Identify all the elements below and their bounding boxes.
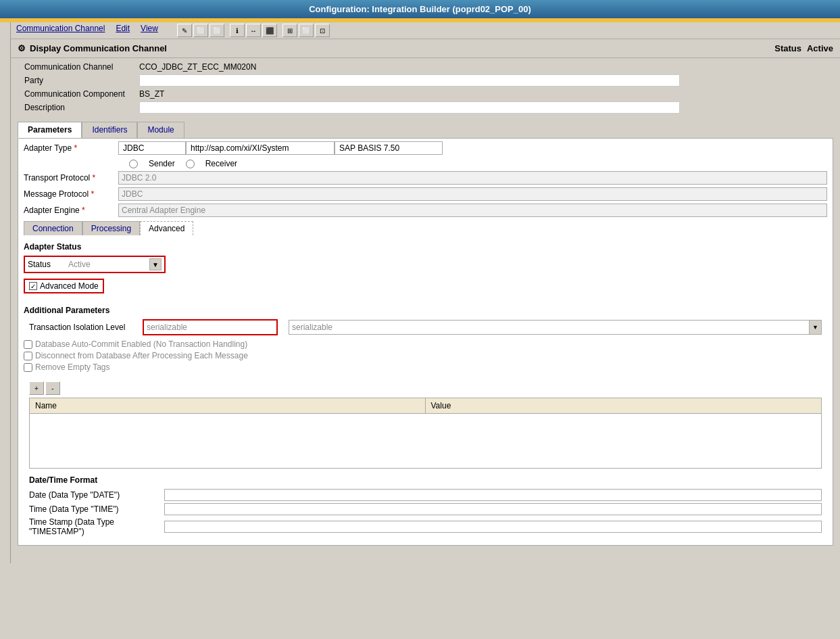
toolbar-btn-2[interactable]: ⬜	[193, 24, 208, 37]
disconnect-row: Disconnect from Database After Processin…	[24, 351, 827, 360]
transport-protocol-label: Transport Protocol *	[24, 173, 118, 183]
main-tabs: Parameters Identifiers Module	[11, 118, 840, 138]
transaction-isolation-label: Transaction Isolation Level	[29, 323, 137, 332]
tab-module[interactable]: Module	[137, 122, 184, 138]
transaction-isolation-dropdown[interactable]: ▼	[809, 321, 821, 334]
sender-label: Sender	[149, 159, 175, 168]
message-protocol-input: JDBC	[118, 187, 827, 201]
additional-params-section: Additional Parameters Transaction Isolat…	[24, 306, 827, 372]
toolbar-btn-9[interactable]: ⊡	[315, 24, 330, 37]
section-title: Display Communication Channel	[30, 43, 167, 53]
transaction-isolation-select-input[interactable]: serializable	[289, 321, 809, 334]
sender-radio[interactable]	[129, 160, 138, 168]
adapter-type-fields: JDBC http://sap.com/xi/XI/System SAP BAS…	[118, 141, 827, 155]
transaction-isolation-input[interactable]: serializable	[144, 321, 276, 334]
menu-view[interactable]: View	[141, 24, 158, 37]
adapter-engine-input: Central Adapter Engine	[118, 204, 827, 217]
receiver-radio[interactable]	[186, 160, 195, 168]
advanced-mode-checkbox[interactable]: ✓	[29, 282, 37, 290]
time-row: Time (Data Type "TIME")	[29, 503, 822, 515]
sub-tabs: Connection Processing Advanced	[18, 218, 833, 235]
disconnect-checkbox[interactable]	[24, 352, 32, 360]
adapter-type-value: JDBC	[118, 141, 186, 155]
table-add-btn[interactable]: +	[29, 381, 44, 395]
transaction-isolation-row: Transaction Isolation Level serializable…	[24, 319, 827, 335]
adapter-type-ns: http://sap.com/xi/XI/System	[186, 141, 335, 155]
section-icon: ⚙	[18, 43, 26, 53]
disconnect-label: Disconnect from Database After Processin…	[35, 351, 248, 360]
description-row: Description	[18, 100, 833, 115]
status-dropdown-btn[interactable]: ▼	[149, 258, 162, 270]
toolbar-btn-4[interactable]: ℹ	[230, 24, 245, 37]
toolbar-btn-1[interactable]: ✎	[177, 24, 192, 37]
timestamp-label: Time Stamp (Data Type "TIMESTAMP")	[29, 517, 164, 536]
message-protocol-label: Message Protocol *	[24, 189, 118, 199]
channel-value: CCO_JDBC_ZT_ECC_MM020N	[139, 62, 256, 72]
transport-protocol-input: JDBC 2.0	[118, 171, 827, 185]
date-label: Date (Data Type "DATE")	[29, 490, 164, 500]
adapter-status-section: Adapter Status Status Active ▼ ✓ Advance…	[24, 242, 827, 299]
window-title: Configuration: Integration Builder (popr…	[309, 4, 531, 14]
toolbar-btn-6[interactable]: ⬛	[262, 24, 277, 37]
sub-tab-processing[interactable]: Processing	[82, 221, 140, 235]
component-row: Communication Component BS_ZT	[18, 88, 833, 100]
content-panel: Adapter Type * JDBC http://sap.com/xi/XI…	[18, 138, 833, 546]
party-input[interactable]	[139, 74, 680, 87]
left-sidebar	[0, 22, 11, 563]
adapter-type-basis: SAP BASIS 7.50	[335, 141, 443, 155]
tab-identifiers[interactable]: Identifiers	[82, 122, 137, 138]
adapter-type-label: Adapter Type *	[24, 143, 118, 153]
description-input[interactable]	[139, 101, 680, 114]
db-auto-commit-row: Database Auto-Commit Enabled (No Transac…	[24, 339, 827, 349]
form-area: Communication Channel CCO_JDBC_ZT_ECC_MM…	[11, 58, 840, 118]
additional-params-title: Additional Parameters	[24, 306, 827, 315]
adapter-engine-label: Adapter Engine *	[24, 206, 118, 215]
status-highlighted-row: Status Active ▼	[24, 256, 166, 273]
adapter-engine-row: Adapter Engine * Central Adapter Engine	[18, 202, 833, 218]
toolbar-btn-3[interactable]: ⬜	[209, 24, 224, 37]
sender-receiver-row: Sender Receiver	[18, 158, 833, 170]
db-auto-commit-checkbox[interactable]	[24, 340, 32, 349]
toolbar-btn-5[interactable]: ↔	[246, 24, 261, 37]
receiver-label: Receiver	[205, 159, 237, 168]
datetime-section: Date/Time Format Date (Data Type "DATE")…	[24, 475, 827, 536]
status-value: Active	[807, 43, 833, 53]
toolbar-btn-7[interactable]: ⊞	[282, 24, 297, 37]
menu-communication-channel[interactable]: Communication Channel	[16, 24, 105, 37]
transaction-isolation-select-wrap: serializable ▼	[289, 320, 822, 335]
timestamp-input[interactable]	[164, 521, 822, 533]
title-bar: Configuration: Integration Builder (popr…	[0, 0, 840, 18]
db-auto-commit-label: Database Auto-Commit Enabled (No Transac…	[35, 339, 247, 349]
adapter-status-title: Adapter Status	[24, 242, 827, 252]
tab-parameters[interactable]: Parameters	[18, 122, 82, 138]
table-header: Name Value	[30, 398, 821, 414]
datetime-title: Date/Time Format	[29, 475, 822, 485]
table-body	[30, 414, 821, 468]
timestamp-row: Time Stamp (Data Type "TIMESTAMP")	[29, 517, 822, 536]
status-field-input[interactable]: Active	[68, 260, 149, 269]
sub-tab-connection[interactable]: Connection	[24, 221, 82, 235]
table-col-name: Name	[30, 398, 426, 413]
channel-label: Communication Channel	[24, 62, 139, 72]
toolbar-icons: ✎ ⬜ ⬜ ℹ ↔ ⬛ ⊞ ⬜ ⊡	[177, 24, 330, 37]
time-input[interactable]	[164, 503, 822, 515]
table-del-btn[interactable]: -	[45, 381, 60, 395]
advanced-mode-label: Advanced Mode	[40, 281, 99, 291]
component-value: BS_ZT	[139, 89, 164, 99]
advanced-content: Adapter Status Status Active ▼ ✓ Advance…	[18, 235, 833, 545]
sub-tab-advanced[interactable]: Advanced	[140, 221, 193, 235]
party-row: Party	[18, 73, 833, 88]
date-row: Date (Data Type "DATE")	[29, 489, 822, 501]
table-toolbar: + -	[24, 379, 827, 398]
toolbar-btn-8[interactable]: ⬜	[299, 24, 314, 37]
name-value-table: Name Value	[29, 398, 822, 469]
description-label: Description	[24, 103, 139, 112]
remove-empty-tags-row: Remove Empty Tags	[24, 362, 827, 372]
component-label: Communication Component	[24, 89, 139, 99]
advanced-mode-row: ✓ Advanced Mode	[24, 279, 104, 293]
section-header: ⚙ Display Communication Channel Status A…	[11, 39, 840, 58]
menu-edit[interactable]: Edit	[116, 24, 130, 37]
remove-empty-tags-checkbox[interactable]	[24, 363, 32, 372]
date-input[interactable]	[164, 489, 822, 501]
status-label: Status	[774, 43, 801, 53]
